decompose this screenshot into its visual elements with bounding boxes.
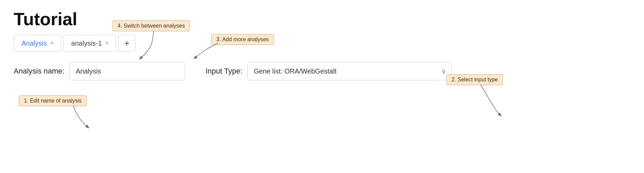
tab-analysis-1-label: analysis-1 <box>71 40 102 47</box>
analysis-name-label: Analysis name: <box>14 67 64 76</box>
tooltip-switch-analyses: 4. Switch between analyses <box>112 20 190 31</box>
page-title: Tutorial <box>14 10 630 28</box>
tab-analysis-label: Analysis <box>21 40 47 47</box>
tooltip-add-analyses: 3. Add more analyses <box>211 34 274 45</box>
input-type-select[interactable]: Gene list: ORA/WebGestalt <box>247 62 452 80</box>
tab-analysis-1[interactable]: analysis-1 × <box>63 35 116 52</box>
tab-analysis[interactable]: Analysis × <box>14 35 61 52</box>
tooltip-edit-name: 1. Edit name of analysis <box>19 95 87 106</box>
input-type-value: Gene list: ORA/WebGestalt <box>254 67 337 75</box>
tooltip-select-input-type: 2. Select input type <box>446 74 503 85</box>
tabs-row: Analysis × analysis-1 × + <box>14 35 630 52</box>
tab-analysis-1-close-icon[interactable]: × <box>105 41 108 46</box>
add-tab-button[interactable]: + <box>118 35 135 52</box>
input-type-label: Input Type: <box>205 67 242 76</box>
page-container: Tutorial Analysis × analysis-1 × + Analy… <box>0 0 644 173</box>
tab-analysis-close-icon[interactable]: × <box>50 41 53 46</box>
form-row: Analysis name: Input Type: Gene list: OR… <box>14 62 630 80</box>
analysis-name-group: Analysis name: <box>14 62 185 80</box>
input-type-group: Input Type: Gene list: ORA/WebGestalt ∨ <box>205 62 451 80</box>
input-type-select-wrapper: Gene list: ORA/WebGestalt ∨ <box>247 62 452 80</box>
analysis-name-input[interactable] <box>69 62 185 80</box>
